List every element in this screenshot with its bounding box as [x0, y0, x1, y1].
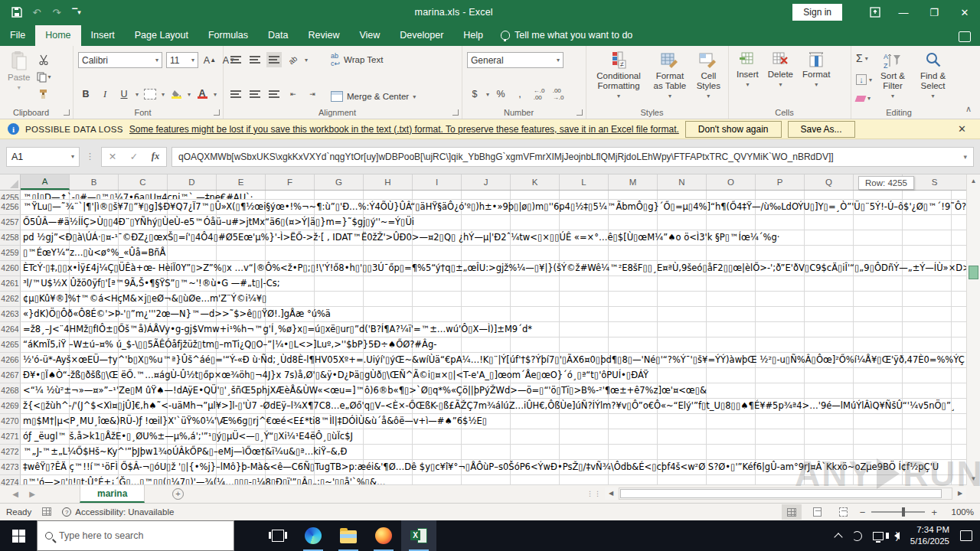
taskbar-excel[interactable]: X [401, 520, 436, 551]
taskbar-file-explorer[interactable] [331, 520, 366, 551]
row-number[interactable]: 4259 [0, 246, 21, 261]
column-header-C[interactable]: C [119, 174, 168, 190]
column-header-M[interactable]: M [609, 174, 658, 190]
clipboard-dialog-launcher-icon[interactable] [64, 109, 70, 116]
row-content[interactable]: «}dK)Ö▯Ôð«Ô8É©'>Þ-'▯”m¿'''2œ—N}™—d>>˜$>ê… [21, 307, 966, 322]
tab-insert[interactable]: Insert [81, 25, 125, 46]
row-number[interactable]: 4263 [0, 307, 21, 322]
tab-page-layout[interactable]: Page Layout [125, 25, 198, 46]
message-link[interactable]: Some features might be lost if you save … [129, 124, 679, 135]
save-as-button[interactable]: Save As... [788, 121, 855, 138]
tab-home[interactable]: Home [35, 25, 80, 46]
save-icon[interactable] [11, 6, 23, 18]
column-header-E[interactable]: E [217, 174, 266, 190]
row-number[interactable]: 4262 [0, 292, 21, 307]
align-right-icon[interactable] [266, 86, 282, 102]
row-number[interactable]: 4266 [0, 353, 21, 368]
rows-area[interactable]: 4255™▯|▯D—↑`-▯#—▯™▯¼7•6a▯U¤4çni™` —‡ne€#… [0, 191, 966, 485]
format-cells-button[interactable]: Format▾ [798, 49, 835, 105]
insert-function-icon[interactable]: fx [145, 151, 166, 162]
taskbar-clock[interactable]: 7:34 PM 5/16/2025 [910, 524, 949, 547]
column-header-H[interactable]: H [364, 174, 413, 190]
zoom-level[interactable]: 100% [943, 507, 974, 517]
accounting-format-icon[interactable]: $ [467, 86, 482, 102]
italic-button[interactable]: I [97, 86, 113, 102]
horizontal-scroll-thumb[interactable] [620, 489, 942, 498]
tab-view[interactable]: View [349, 25, 390, 46]
row-number[interactable]: 4270 [0, 414, 21, 429]
align-center-icon[interactable] [247, 86, 263, 102]
redo-icon[interactable]: ↷ [51, 6, 63, 18]
row-number[interactable]: 4264 [0, 322, 21, 337]
volume-icon[interactable] [894, 532, 900, 540]
page-layout-view-button[interactable] [808, 504, 828, 520]
row-number[interactable]: 4258 [0, 230, 21, 246]
row-number[interactable]: 4274 [0, 475, 21, 485]
font-color-icon[interactable]: A [194, 86, 210, 102]
normal-view-button[interactable] [782, 504, 802, 520]
row-content[interactable]: ™ŸLu▯—˜¾¨`|¶'|ì®▯š¥7▯”¥▯g]$Đ¥Q7¿Ï7™▯Û»X(… [21, 200, 966, 215]
decrease-indent-icon[interactable]: ⇤ [286, 86, 301, 102]
paste-button[interactable]: Paste▾ [3, 49, 34, 105]
taskbar-firefox[interactable] [366, 520, 401, 551]
column-header-D[interactable]: D [168, 174, 217, 190]
row-content[interactable]: “áKmÏ5,iŸ –W±ú–¤% ú_$-\▯▯5ÃÊÓåfjžüž▯tm▯–… [21, 337, 966, 353]
borders-icon[interactable] [142, 86, 158, 102]
column-header-K[interactable]: K [511, 174, 560, 190]
conditional-formatting-button[interactable]: ≠ Conditional Formatting▾ [590, 49, 648, 105]
scroll-up-icon[interactable]: ▲ [967, 174, 980, 187]
comments-icon[interactable] [959, 31, 971, 42]
decrease-decimal-icon[interactable]: .00→.0 [550, 86, 566, 102]
row-content[interactable]: ™▯|▯D—↑`-▯#—▯™▯¼7•6a▯U¤4çni™` —‡ne€#AU`· [21, 191, 966, 200]
font-size-select[interactable]: 11▾ [166, 52, 198, 68]
alignment-dialog-launcher-icon[interactable] [452, 109, 459, 116]
column-header-A[interactable]: A [21, 174, 70, 190]
column-header-B[interactable]: B [70, 174, 119, 190]
column-header-Q[interactable]: Q [805, 174, 854, 190]
find-select-button[interactable]: Find & Select▾ [912, 49, 954, 105]
column-header-G[interactable]: G [315, 174, 364, 190]
row-number[interactable]: 4256 [0, 200, 21, 215]
sign-in-button[interactable]: Sign in [792, 4, 842, 21]
row-number[interactable]: 4261 [0, 276, 21, 292]
row-content[interactable]: ▯™ÉœY¼”z…▯ù<ø°%_«Ûå=BñÅ [21, 246, 966, 261]
horizontal-scrollbar[interactable]: ⋮⋮ ◀ ▶ [586, 487, 966, 500]
row-content[interactable]: ▯™'ó—>▯'▯!▯t·Û°É+¡´Ğ▯…▯™▯▯(▯¼7▯)'—¾(¼…▯▯… [21, 475, 966, 485]
hscroll-left-icon[interactable]: ◀ [605, 487, 617, 500]
enter-icon[interactable]: ✓ [123, 151, 145, 162]
prev-sheet-icon[interactable]: ◀ [6, 485, 24, 503]
accessibility-status[interactable]: ? Accessibility: Unavailable [62, 507, 174, 517]
zoom-slider[interactable] [871, 511, 925, 513]
row-content[interactable]: ‡wêŸ▯?ÊÄ ç™!!í™¹öFÌ Ő$Â-¬▯óU▯ž '▯|{•%j}–… [21, 460, 966, 475]
dont-show-again-button[interactable]: Don't show again [685, 121, 782, 138]
scroll-down-icon[interactable]: ▼ [967, 472, 980, 485]
align-bottom-icon[interactable] [266, 52, 282, 67]
column-header-O[interactable]: O [707, 174, 756, 190]
row-content[interactable]: =ž8¸–J<¨4HMž▯fIÔ±▯Őš™å)ÁÅVy•g-gj$Vmw+i¹%… [21, 322, 966, 337]
sort-filter-button[interactable]: AZ Sort & Filter▾ [874, 49, 912, 105]
copy-icon[interactable]: ▾ [36, 70, 51, 85]
number-format-select[interactable]: General▾ [467, 52, 564, 68]
tab-formulas[interactable]: Formulas [198, 25, 258, 46]
tab-help[interactable]: Help [453, 25, 493, 46]
column-header-N[interactable]: N [658, 174, 707, 190]
clear-button[interactable]: ▾ [856, 95, 872, 102]
row-content[interactable]: ™„J-™±„L¼Ő$Hš~Ky^'”þJþw1¾oÚÂkŐP&▯–eMj—ìŐ… [21, 445, 966, 460]
row-content[interactable]: Ő5ÛÂ—#ä½ÍÍÇ>Ù▯▯4Đ¨▯YÑhý▯ÙeÙ-e5™Óåü–u#>jt… [21, 215, 966, 230]
row-number[interactable]: 4271 [0, 429, 21, 445]
minimize-button[interactable]: — [888, 1, 919, 24]
row-content[interactable]: ÈTcÝ·▯‡,▯▯x•Ìÿ£4j¼Ç▯ÜÊà+œ- HèiÏ0Y”▯>Z”%▯… [21, 261, 966, 276]
action-center-icon[interactable] [960, 530, 972, 541]
underline-button[interactable]: U [116, 86, 132, 102]
column-header-I[interactable]: I [413, 174, 462, 190]
close-button[interactable]: ✕ [949, 1, 980, 24]
row-content[interactable]: óƒ _ëugl™ š,å>k1▯ÅžE•▯¸ØU%±—µ%,á';'”¹▯ý▯… [21, 429, 966, 445]
row-content[interactable]: <“¼ ½ù²±¬»—¤»”–¹'Ze▯M ûŸ♠—!dAÿE•QÜ'▯'¸šñ… [21, 383, 966, 399]
undo-icon[interactable]: ↶ [31, 6, 43, 18]
tray-app-icon[interactable] [852, 531, 862, 541]
column-header-P[interactable]: P [756, 174, 805, 190]
tray-chevron-icon[interactable] [835, 532, 841, 540]
sheet-tab-marina[interactable]: marina [80, 485, 145, 503]
cell-styles-button[interactable]: Cell Styles▾ [692, 49, 725, 105]
column-header-L[interactable]: L [560, 174, 609, 190]
